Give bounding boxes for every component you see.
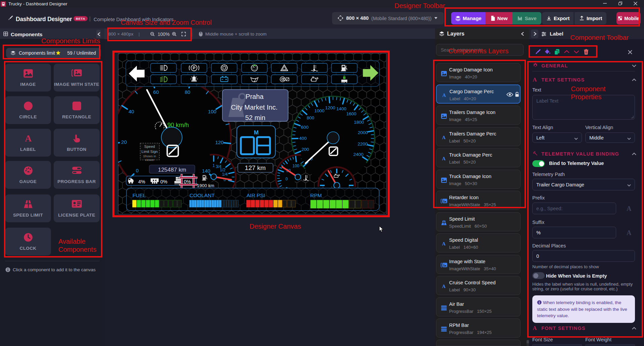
svg-text:0%: 0%	[160, 179, 167, 184]
svg-text:M: M	[254, 129, 259, 136]
svg-text:A: A	[442, 156, 446, 161]
svg-text:A: A	[442, 93, 446, 98]
svg-text:400: 400	[299, 136, 307, 141]
svg-text:40: 40	[128, 109, 134, 114]
svg-text:52 min: 52 min	[245, 114, 265, 121]
svg-text:60: 60	[153, 89, 159, 95]
svg-text:80: 80	[185, 89, 191, 95]
svg-text:A: A	[442, 241, 446, 246]
svg-text:1400: 1400	[336, 106, 346, 111]
svg-text:2200: 2200	[358, 141, 368, 147]
svg-text:Shows in: Shows in	[143, 154, 156, 158]
svg-text:200: 200	[302, 147, 309, 152]
svg-text:4%: 4%	[138, 179, 145, 184]
svg-text:1000: 1000	[314, 108, 324, 113]
svg-text:100: 100	[208, 109, 216, 114]
svg-text:P: P	[193, 66, 195, 70]
svg-text:RPM: RPM	[310, 192, 322, 198]
svg-text:1900 km: 1900 km	[197, 183, 214, 188]
svg-text:COOLANT: COOLANT	[190, 192, 215, 198]
svg-text:90 km/h: 90 km/h	[167, 122, 189, 128]
svg-text:600: 600	[301, 125, 309, 130]
svg-text:1200: 1200	[325, 105, 335, 110]
svg-text:140: 140	[202, 168, 210, 174]
svg-text:A: A	[24, 134, 32, 143]
svg-text:A: A	[442, 135, 446, 140]
svg-text:City Market Inc.: City Market Inc.	[231, 104, 278, 111]
svg-text:800: 800	[307, 115, 315, 120]
svg-text:2000: 2000	[358, 130, 368, 135]
svg-text:100: 100	[292, 164, 299, 168]
svg-text:120: 120	[215, 139, 224, 145]
svg-text:1/4: 1/4	[222, 172, 228, 177]
svg-text:Praha: Praha	[246, 93, 264, 100]
svg-text:1: 1	[213, 163, 215, 168]
svg-text:0: 0	[136, 168, 139, 173]
svg-text:A: A	[442, 284, 446, 289]
svg-text:AIR PSI: AIR PSI	[247, 192, 265, 198]
svg-text:20: 20	[121, 139, 127, 145]
svg-text:0%: 0%	[184, 179, 191, 184]
svg-text:125487 km: 125487 km	[158, 167, 186, 173]
svg-text:FUEL: FUEL	[132, 192, 146, 198]
svg-text:1/2: 1/2	[220, 168, 225, 172]
svg-text:127 km: 127 km	[245, 164, 266, 171]
svg-text:Speed: Speed	[144, 145, 155, 149]
svg-text:0: 0	[285, 177, 288, 181]
svg-text:Limit Sign: Limit Sign	[142, 150, 158, 154]
svg-text:1600: 1600	[346, 111, 357, 116]
svg-text:1800: 1800	[354, 120, 364, 125]
svg-text:2400: 2400	[353, 152, 363, 157]
svg-text:viewer: viewer	[145, 158, 154, 162]
